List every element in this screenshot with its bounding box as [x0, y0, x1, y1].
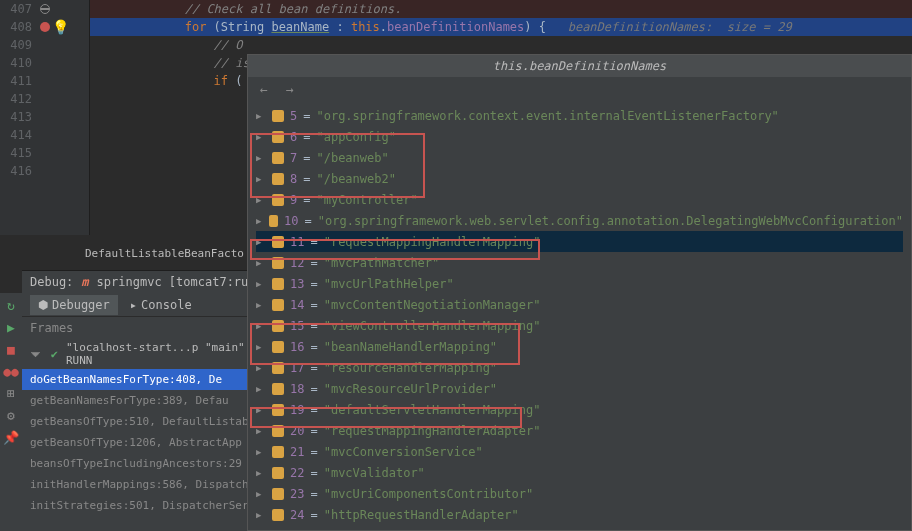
tree-item[interactable]: ▶22 = "mvcValidator"	[256, 462, 903, 483]
stack-frame[interactable]: doGetBeanNamesForType:408, De	[22, 369, 272, 390]
stack-frame[interactable]: getBeansOfType:510, DefaultListab	[22, 411, 272, 432]
debug-label: Debug:	[30, 275, 73, 289]
expand-arrow-icon[interactable]: ▶	[256, 279, 266, 289]
tree-item[interactable]: ▶9 = "myController"	[256, 189, 903, 210]
debug-panel: Debug: m springmvc [tomcat7:run] ⬢ Debug…	[22, 270, 272, 531]
expand-arrow-icon[interactable]: ▶	[256, 174, 266, 184]
stack-frame[interactable]: getBeansOfType:1206, AbstractApp	[22, 432, 272, 453]
expand-arrow-icon[interactable]: ▶	[256, 363, 266, 373]
line-number[interactable]: 409	[0, 38, 40, 52]
frames-dropdown-icon[interactable]: ⏷	[28, 346, 43, 362]
line-number[interactable]: 408	[0, 20, 40, 34]
line-number[interactable]: 410	[0, 56, 40, 70]
expand-arrow-icon[interactable]: ▶	[256, 405, 266, 415]
debugger-tab-label: Debugger	[52, 298, 110, 312]
expand-arrow-icon[interactable]: ▶	[256, 153, 266, 163]
field-icon	[272, 257, 284, 269]
array-index: 9	[290, 193, 297, 207]
tree-item[interactable]: ▶19 = "defaultServletHandlerMapping"	[256, 399, 903, 420]
expand-arrow-icon[interactable]: ▶	[256, 468, 266, 478]
thread-name[interactable]: "localhost-start...p "main": RUNN	[66, 341, 266, 367]
equals-sign: =	[310, 256, 317, 270]
tree-item[interactable]: ▶10 = "org.springframework.web.servlet.c…	[256, 210, 903, 231]
tree-item[interactable]: ▶11 = "requestMappingHandlerMapping"	[256, 231, 903, 252]
array-value: "mvcContentNegotiationManager"	[324, 298, 541, 312]
tree-item[interactable]: ▶6 = "appConfig"	[256, 126, 903, 147]
tree-item[interactable]: ▶14 = "mvcContentNegotiationManager"	[256, 294, 903, 315]
line-number[interactable]: 416	[0, 164, 40, 178]
back-icon[interactable]: ←	[256, 81, 272, 97]
tree-item[interactable]: ▶16 = "beanNameHandlerMapping"	[256, 336, 903, 357]
equals-sign: =	[310, 466, 317, 480]
line-number[interactable]: 411	[0, 74, 40, 88]
field-icon	[272, 446, 284, 458]
layout-icon[interactable]: ⊞	[3, 385, 19, 401]
code-line[interactable]: // Check all bean definitions.	[90, 0, 912, 18]
resume-icon[interactable]: ▶	[3, 319, 19, 335]
line-number[interactable]: 407	[0, 2, 40, 16]
array-value: "org.springframework.web.servlet.config.…	[318, 214, 903, 228]
tree-item[interactable]: ▶17 = "resourceHandlerMapping"	[256, 357, 903, 378]
equals-sign: =	[310, 487, 317, 501]
console-tab[interactable]: ▸ Console	[122, 295, 200, 315]
field-icon	[272, 278, 284, 290]
expand-arrow-icon[interactable]: ▶	[256, 111, 266, 121]
stop-icon[interactable]: ■	[3, 341, 19, 357]
array-value: "mvcUrlPathHelper"	[324, 277, 454, 291]
expand-arrow-icon[interactable]: ▶	[256, 489, 266, 499]
tree-item[interactable]: ▶8 = "/beanweb2"	[256, 168, 903, 189]
file-tab[interactable]: DefaultListableBeanFacto	[85, 247, 244, 265]
tree-item[interactable]: ▶23 = "mvcUriComponentsContributor"	[256, 483, 903, 504]
popup-tree: ▶5 = "org.springframework.context.event.…	[248, 101, 911, 529]
breakpoint-icon[interactable]	[40, 22, 50, 32]
expand-arrow-icon[interactable]: ▶	[256, 195, 266, 205]
line-number[interactable]: 414	[0, 128, 40, 142]
array-value: "/beanweb"	[316, 151, 388, 165]
stack-frame[interactable]: initHandlerMappings:586, Dispatch	[22, 474, 272, 495]
line-number[interactable]: 415	[0, 146, 40, 160]
tree-item[interactable]: ▶12 = "mvcPathMatcher"	[256, 252, 903, 273]
expand-arrow-icon[interactable]: ▶	[256, 426, 266, 436]
expand-arrow-icon[interactable]: ▶	[256, 321, 266, 331]
code-line[interactable]: // O	[90, 36, 912, 54]
tree-item[interactable]: ▶7 = "/beanweb"	[256, 147, 903, 168]
array-index: 5	[290, 109, 297, 123]
rerun-icon[interactable]: ↻	[3, 297, 19, 313]
stack-frame[interactable]: beansOfTypeIncludingAncestors:29	[22, 453, 272, 474]
line-number[interactable]: 413	[0, 110, 40, 124]
breakpoints-icon[interactable]: ●●	[3, 363, 19, 379]
expand-arrow-icon[interactable]: ▶	[256, 300, 266, 310]
expand-arrow-icon[interactable]: ▶	[256, 258, 266, 268]
settings-icon[interactable]: ⚙	[3, 407, 19, 423]
expand-arrow-icon[interactable]: ▶	[256, 342, 266, 352]
tree-item[interactable]: ▶13 = "mvcUrlPathHelper"	[256, 273, 903, 294]
equals-sign: =	[310, 319, 317, 333]
stack-frame[interactable]: getBeanNamesForType:389, Defau	[22, 390, 272, 411]
tree-item[interactable]: ▶18 = "mvcResourceUrlProvider"	[256, 378, 903, 399]
equals-sign: =	[310, 277, 317, 291]
evaluate-popup: this.beanDefinitionNames ← → ▶5 = "org.s…	[247, 54, 912, 531]
expand-arrow-icon[interactable]: ▶	[256, 510, 266, 520]
tree-item[interactable]: ▶24 = "httpRequestHandlerAdapter"	[256, 504, 903, 525]
tree-item[interactable]: ▶5 = "org.springframework.context.event.…	[256, 105, 903, 126]
field-icon	[272, 131, 284, 143]
tree-item[interactable]: ▶20 = "requestMappingHandlerAdapter"	[256, 420, 903, 441]
pin-icon[interactable]: 📌	[3, 429, 19, 445]
debugger-tab[interactable]: ⬢ Debugger	[30, 295, 118, 315]
array-value: "appConfig"	[316, 130, 395, 144]
expand-arrow-icon[interactable]: ▶	[256, 132, 266, 142]
expand-arrow-icon[interactable]: ▶	[256, 384, 266, 394]
tree-item[interactable]: ▶15 = "viewControllerHandlerMapping"	[256, 315, 903, 336]
expand-arrow-icon[interactable]: ▶	[256, 447, 266, 457]
code-line[interactable]: for (String beanName : this.beanDefiniti…	[90, 18, 912, 36]
forward-icon[interactable]: →	[282, 81, 298, 97]
expand-arrow-icon[interactable]: ▶	[256, 237, 266, 247]
array-index: 19	[290, 403, 304, 417]
tree-item[interactable]: ▶21 = "mvcConversionService"	[256, 441, 903, 462]
expand-arrow-icon[interactable]: ▶	[256, 216, 263, 226]
equals-sign: =	[303, 151, 310, 165]
line-number[interactable]: 412	[0, 92, 40, 106]
intention-bulb-icon[interactable]: 💡	[52, 19, 69, 35]
stack-frame[interactable]: initStrategies:501, DispatcherServle	[22, 495, 272, 516]
field-icon	[272, 404, 284, 416]
